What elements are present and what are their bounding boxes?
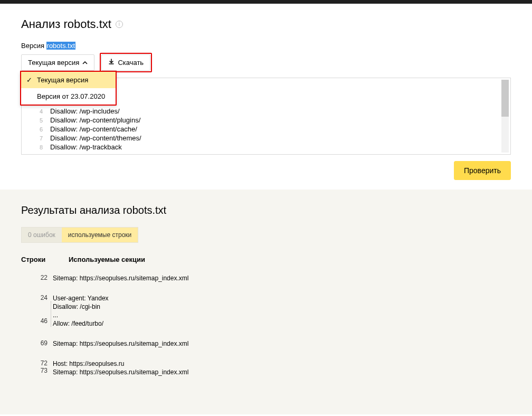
result-line: 69 <box>21 339 53 348</box>
version-label-prefix: Версия <box>21 42 44 50</box>
results-tabs: 0 ошибок используемые строки <box>21 227 138 243</box>
tab-errors-label: 0 ошибок <box>28 231 55 239</box>
download-highlight: Скачать <box>100 53 152 72</box>
code-text: Disallow: /wp-trackback <box>50 143 510 151</box>
line-number: 5 <box>22 117 50 124</box>
result-line: 72 73 <box>21 360 53 376</box>
version-option-label: Текущая версия <box>37 76 88 84</box>
check-button[interactable]: Проверить <box>454 161 511 180</box>
results-header: Строки Используемые секции <box>21 256 511 263</box>
tab-used-label: используемые строки <box>68 231 131 239</box>
results-title: Результаты анализа robots.txt <box>21 204 511 216</box>
check-button-label: Проверить <box>464 166 501 175</box>
code-text: Disallow: /wp-content/plugins/ <box>50 116 510 124</box>
result-line: 22 <box>21 274 53 282</box>
check-row: Проверить <box>21 161 511 180</box>
page-body: Анализ robots.txt i Версия robots.txt Те… <box>0 4 532 414</box>
scroll-thumb[interactable] <box>501 80 509 117</box>
version-filename: robots.txt <box>46 42 75 50</box>
download-button[interactable]: Скачать <box>101 54 150 71</box>
version-selector[interactable]: Текущая версия <box>21 54 94 71</box>
result-content: Host: https://seopulses.ru Sitemap: http… <box>53 360 188 376</box>
download-label: Скачать <box>118 59 144 67</box>
result-row: 72 73 Host: https://seopulses.ru Sitemap… <box>21 360 511 376</box>
line-number: 6 <box>22 126 50 133</box>
tab-used-lines[interactable]: используемые строки <box>62 228 138 242</box>
result-content: Sitemap: https://seopulses.ru/sitemap_in… <box>53 339 188 348</box>
version-label: Версия robots.txt <box>21 42 511 50</box>
page-title: Анализ robots.txt i <box>21 17 511 31</box>
result-row: 69 Sitemap: https://seopulses.ru/sitemap… <box>21 339 511 348</box>
line-number: 7 <box>22 135 50 141</box>
code-text: Disallow: /wp-content/cache/ <box>50 125 510 133</box>
top-bar <box>0 0 532 4</box>
result-row: 24 46 User-agent: Yandex Disallow: /cgi-… <box>21 294 511 328</box>
code-line: 6 Disallow: /wp-content/cache/ <box>22 125 510 134</box>
result-line: 24 46 <box>21 294 53 328</box>
code-line: 8 Disallow: /wp-trackback <box>22 143 510 152</box>
line-number: 8 <box>22 144 50 150</box>
toolbar: Текущая версия Скачать Текущая версия Ве… <box>21 53 511 72</box>
col-lines-header: Строки <box>21 256 53 263</box>
version-option-dated[interactable]: Версия от 23.07.2020 <box>21 88 116 105</box>
line-number: 4 <box>22 108 50 115</box>
info-icon[interactable]: i <box>116 21 123 28</box>
results-section: Результаты анализа robots.txt 0 ошибок и… <box>0 190 532 414</box>
version-dropdown: Текущая версия Версия от 23.07.2020 <box>20 72 117 106</box>
chevron-up-icon <box>82 59 88 67</box>
version-selector-label: Текущая версия <box>28 59 79 67</box>
version-option-label: Версия от 23.07.2020 <box>37 92 105 100</box>
col-sections-header: Используемые секции <box>69 256 511 263</box>
code-line: 7 Disallow: /wp-content/themes/ <box>22 134 510 143</box>
result-content: User-agent: Yandex Disallow: /cgi-bin ..… <box>53 294 109 328</box>
code-text: Disallow: /wp-includes/ <box>50 107 510 115</box>
code-text: Disallow: /wp-content/themes/ <box>50 134 510 142</box>
page-title-text: Анализ robots.txt <box>21 17 111 31</box>
result-content: Sitemap: https://seopulses.ru/sitemap_in… <box>53 274 188 282</box>
version-option-current[interactable]: Текущая версия <box>21 72 116 88</box>
download-icon <box>108 59 115 67</box>
scrollbar[interactable] <box>501 80 509 153</box>
code-line: 5 Disallow: /wp-content/plugins/ <box>22 116 510 125</box>
result-row: 22 Sitemap: https://seopulses.ru/sitemap… <box>21 274 511 282</box>
tab-errors[interactable]: 0 ошибок <box>22 228 62 242</box>
code-line: 4 Disallow: /wp-includes/ <box>22 107 510 116</box>
